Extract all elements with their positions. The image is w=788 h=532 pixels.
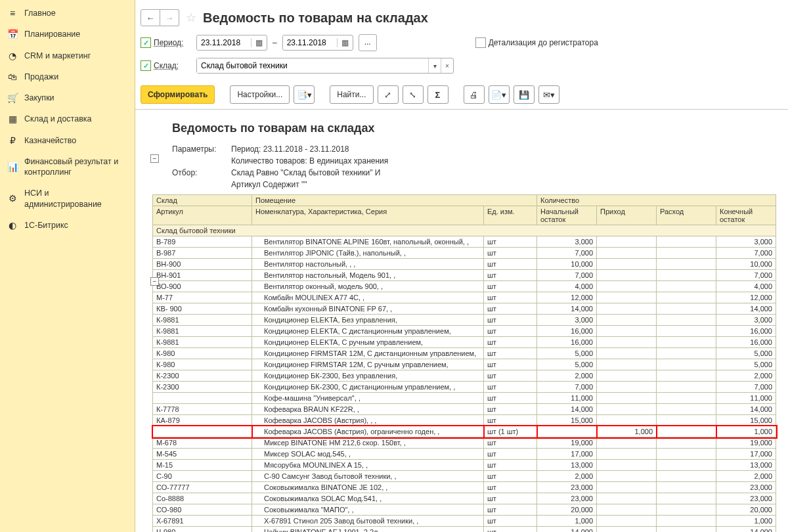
sidebar-item-7[interactable]: 📊Финансовый результат и контроллинг [0,151,135,183]
date-from-input[interactable]: ▦ [196,35,267,51]
menu-icon: 🛒 [7,93,18,103]
sidebar: ≡Главное📅Планирование◔CRM и маркетинг🛍Пр… [0,0,135,532]
sidebar-item-1[interactable]: 📅Планирование [0,24,135,45]
find-button[interactable]: Найти... [330,85,373,104]
sidebar-item-label: НСИ и администрирование [24,188,127,210]
date-from-field[interactable] [197,36,251,49]
collapse-button[interactable]: ⤡ [403,85,424,104]
sum-button[interactable]: Σ [427,85,449,104]
sidebar-item-label: Планирование [24,29,80,39]
filters: Период: ▦ – ▦ ... Детализация до регистр… [135,33,788,81]
table-row[interactable]: ВН-901Вентилятор настольный, Модель 901,… [153,270,776,281]
settings-button[interactable]: Настройки... [230,85,290,104]
table-row[interactable]: М-545Миксер SOLAC мод.545, ,шт17,00017,0… [153,449,776,460]
sidebar-item-2[interactable]: ◔CRM и маркетинг [0,45,135,66]
sidebar-item-label: Закупки [24,93,55,103]
menu-icon: ◔ [7,51,18,61]
report-area: − Ведомость по товарам на складах Параме… [135,110,788,532]
sidebar-item-label: Продажи [24,72,58,82]
calendar-icon[interactable]: ▦ [337,38,353,47]
sidebar-item-0[interactable]: ≡Главное [0,3,135,24]
sidebar-item-label: Финансовый результат и контроллинг [24,156,127,178]
sidebar-item-label: Главное [24,8,56,18]
filter-label: Отбор: [172,167,231,190]
table-row[interactable]: В-789Вентилятор BINATONE ALPINE 160вт, н… [153,236,776,248]
nav-back-button[interactable]: ← [141,9,160,26]
table-row[interactable]: К-9881Кондиционер ELEKTA, С дистанционны… [153,326,776,337]
period-checkbox[interactable] [141,37,151,48]
sidebar-item-9[interactable]: ◐1С-Битрикс [0,215,135,236]
table-row[interactable]: Ч-980Чайник BINATONE AEJ-1001, 2,2л, ,шт… [153,527,776,533]
menu-icon: ▦ [7,114,18,124]
params-label: Параметры: [172,143,231,167]
save-button[interactable]: 💾 [514,85,535,104]
titlebar: ← → ☆ Ведомость по товарам на складах [135,0,788,33]
sklad-field[interactable] [197,58,428,73]
table-row[interactable]: Кофеварка JACOBS (Австрия), ограниченно … [153,426,776,437]
sidebar-item-label: 1С-Битрикс [24,220,68,231]
email-button[interactable]: ✉▾ [538,85,559,104]
detail-label: Детализация до регистратора [489,38,598,47]
chevron-down-icon[interactable]: ▾ [428,58,441,73]
sidebar-item-label: Склад и доставка [24,114,91,124]
menu-icon: ≡ [7,8,18,18]
print-button[interactable]: 🖨 [464,85,485,104]
page-title: Ведомость по товарам на складах [203,11,428,26]
table-row[interactable]: ВН-900Вентилятор настольный, , ,шт10,000… [153,259,776,270]
table-row[interactable]: Со-8888Соковыжималка SOLAC Мод.541, ,шт2… [153,493,776,504]
table-row[interactable]: К-2300Кондиционер БК-2300, С дистанционн… [153,382,776,393]
table-row[interactable]: СО-77777Соковыжималка BINATONE JE 102, ,… [153,482,776,493]
table-row[interactable]: В-987Вентилятор JIPONIC (Тайв.), напольн… [153,248,776,259]
table-row[interactable]: КВ- 900Комбайн кухонный BINATONE FP 67, … [153,303,776,315]
menu-icon: ₽ [7,135,18,146]
calendar-icon[interactable]: ▦ [251,38,267,47]
table-row[interactable]: К-9881Кондиционер ELEKTA, С ручным управ… [153,337,776,348]
expand-button[interactable]: ⤢ [378,85,399,104]
table-row[interactable]: Х-67891Х-67891 Стинол 205 Завод бытовой … [153,516,776,527]
detail-checkbox[interactable] [475,37,486,48]
form-button[interactable]: Сформировать [141,85,215,104]
table-row[interactable]: КА-879Кофеварка JACOBS (Австрия), , ,шт1… [153,415,776,426]
menu-icon: 🛍 [7,72,18,82]
nav-forward-button[interactable]: → [160,9,179,26]
sidebar-item-8[interactable]: ⚙НСИ и администрирование [0,183,135,215]
date-to-field[interactable] [283,36,337,49]
table-row[interactable]: К-980Кондиционер FIRMSTAR 12M, С дистанц… [153,348,776,359]
menu-icon: ⚙ [7,194,18,204]
sidebar-item-3[interactable]: 🛍Продажи [0,66,135,87]
table-row[interactable]: ВО-900Вентилятор оконный, модель 900, ,ш… [153,281,776,292]
tree-toggle[interactable]: − [150,277,159,286]
clear-icon[interactable]: × [441,58,453,73]
sklad-combo[interactable]: ▾ × [196,58,454,74]
sidebar-item-4[interactable]: 🛒Закупки [0,87,135,108]
table-row[interactable]: М-77Комбайн MOULINEX A77 4C, ,шт12,00012… [153,292,776,303]
report-title: Ведомость по товарам на складах [172,122,777,135]
table-row[interactable]: Кофе-машина "Универсал", ,шт11,00011,000 [153,393,776,404]
favorite-star-icon[interactable]: ☆ [186,11,196,25]
table-row[interactable]: М-15Мясорубка MOUNLINEX A 15, ,шт13,0001… [153,460,776,471]
date-to-input[interactable]: ▦ [282,35,353,51]
table-row[interactable]: К-2300Кондиционер БК-2300, Без управлени… [153,370,776,382]
period-label: Период: [154,38,190,47]
table-row[interactable]: К-980Кондиционер FIRMSTAR 12M, С ручным … [153,359,776,370]
table-row[interactable]: С-90С-90 Самсунг Завод бытовой техники, … [153,471,776,482]
sidebar-item-label: CRM и маркетинг [24,51,91,61]
sklad-checkbox[interactable] [141,60,151,71]
period-picker-button[interactable]: ... [359,34,377,51]
table-row[interactable]: К-9881Кондиционер ELEKTA, Без управления… [153,315,776,326]
main: ← → ☆ Ведомость по товарам на складах Пе… [135,0,788,532]
table-row[interactable]: К-7778Кофеварка BRAUN KF22R, ,шт14,00014… [153,404,776,415]
toolbar: Сформировать Настройки... 📑▾ Найти... ⤢ … [135,81,788,110]
sklad-label: Склад: [154,61,190,70]
menu-icon: 📅 [7,29,18,39]
variants-button[interactable]: 📑▾ [294,85,315,104]
table-row[interactable]: СО-980Соковыжималка "МАПО", ,шт20,00020,… [153,504,776,516]
tree-toggle[interactable]: − [150,154,159,163]
report-table: СкладПомещениеКоличествоАртикулНоменклат… [152,194,776,532]
print-menu-button[interactable]: 📄▾ [489,85,510,104]
table-row[interactable]: М-678Миксер BINATONE HM 212,6 скор. 150в… [153,437,776,449]
sidebar-item-5[interactable]: ▦Склад и доставка [0,108,135,129]
menu-icon: 📊 [7,162,18,172]
sidebar-item-label: Казначейство [24,135,76,146]
sidebar-item-6[interactable]: ₽Казначейство [0,130,135,151]
